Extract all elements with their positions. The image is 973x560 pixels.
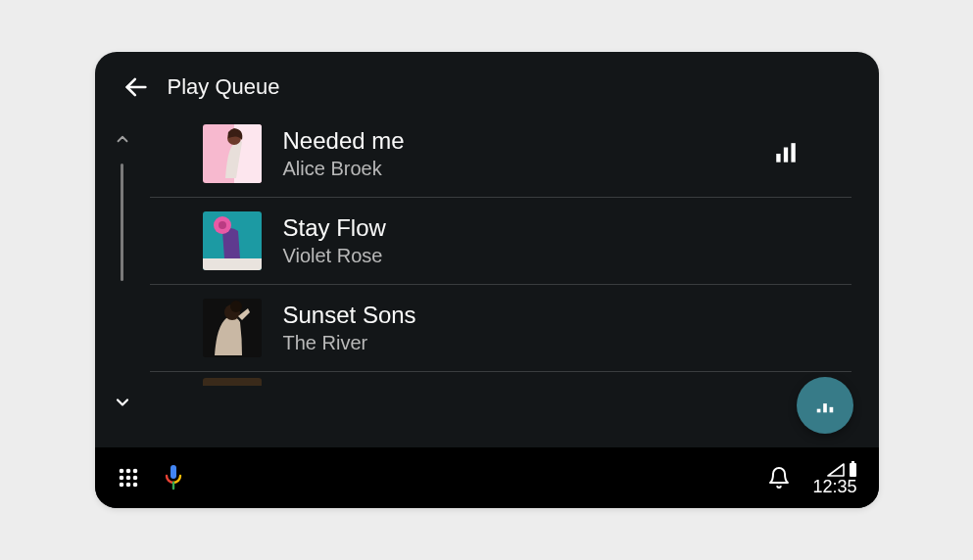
track-title: Sunset Sons bbox=[283, 301, 799, 330]
chevron-up-icon bbox=[114, 130, 131, 148]
queue-row-text: Stay Flow Violet Rose bbox=[283, 213, 799, 268]
queue-row[interactable]: Stay Flow Violet Rose bbox=[150, 198, 851, 285]
scroll-thumb[interactable] bbox=[121, 163, 123, 281]
track-title: Stay Flow bbox=[283, 213, 799, 243]
content-area: Needed me Alice Broek bbox=[95, 111, 879, 447]
scroll-down-button[interactable] bbox=[109, 389, 136, 420]
track-artist: Violet Rose bbox=[283, 243, 799, 268]
header: Play Queue bbox=[95, 52, 879, 111]
now-playing-fab[interactable] bbox=[797, 377, 853, 434]
svg-point-18 bbox=[125, 469, 130, 474]
svg-point-19 bbox=[132, 469, 137, 474]
queue-row-text: Needed me Alice Broek bbox=[283, 126, 752, 181]
album-art bbox=[203, 124, 262, 183]
svg-point-20 bbox=[119, 476, 123, 481]
svg-point-21 bbox=[125, 476, 130, 481]
chevron-down-icon bbox=[113, 393, 132, 412]
svg-rect-8 bbox=[203, 258, 262, 270]
svg-rect-29 bbox=[850, 463, 856, 477]
page-title: Play Queue bbox=[168, 74, 280, 100]
svg-point-17 bbox=[119, 469, 123, 474]
track-artist: The River bbox=[283, 330, 799, 355]
arrow-back-icon bbox=[122, 73, 150, 101]
svg-rect-26 bbox=[170, 465, 176, 479]
svg-rect-6 bbox=[791, 143, 795, 163]
system-bottom-bar: 12:35 bbox=[95, 447, 879, 508]
svg-rect-16 bbox=[829, 407, 833, 413]
svg-rect-14 bbox=[816, 409, 820, 413]
svg-rect-5 bbox=[783, 148, 787, 163]
svg-point-24 bbox=[125, 483, 130, 488]
svg-point-23 bbox=[119, 483, 123, 488]
svg-point-22 bbox=[132, 476, 137, 481]
battery-icon bbox=[849, 461, 857, 477]
equalizer-icon bbox=[814, 395, 836, 416]
svg-rect-15 bbox=[823, 403, 827, 412]
status-area: 12:35 bbox=[812, 461, 856, 495]
svg-point-25 bbox=[132, 483, 137, 488]
svg-point-13 bbox=[230, 301, 242, 312]
back-button[interactable] bbox=[122, 73, 150, 101]
clock: 12:35 bbox=[812, 478, 856, 495]
queue-list: Needed me Alice Broek bbox=[150, 118, 879, 447]
apps-button[interactable] bbox=[117, 466, 140, 490]
album-art bbox=[203, 211, 262, 270]
bell-icon bbox=[767, 466, 791, 490]
microphone-icon bbox=[162, 464, 185, 491]
queue-row-text: Sunset Sons The River bbox=[283, 301, 799, 355]
svg-point-10 bbox=[219, 221, 226, 229]
apps-grid-icon bbox=[117, 466, 140, 490]
queue-row[interactable]: Needed me Alice Broek bbox=[150, 118, 851, 198]
notifications-button[interactable] bbox=[767, 466, 791, 490]
album-art bbox=[203, 378, 262, 386]
queue-row-partial[interactable] bbox=[150, 372, 851, 382]
scroll-up-button[interactable] bbox=[110, 126, 135, 156]
queue-row[interactable]: Sunset Sons The River bbox=[150, 285, 851, 372]
now-playing-equalizer-icon bbox=[773, 141, 799, 166]
track-title: Needed me bbox=[283, 126, 752, 156]
album-art bbox=[203, 299, 262, 357]
cellular-signal-icon bbox=[827, 463, 845, 477]
voice-assistant-button[interactable] bbox=[162, 464, 185, 491]
scroll-controls bbox=[95, 118, 150, 447]
svg-rect-4 bbox=[776, 154, 780, 163]
track-artist: Alice Broek bbox=[283, 156, 752, 181]
svg-rect-28 bbox=[851, 461, 854, 463]
media-app-window: Play Queue bbox=[95, 52, 879, 508]
